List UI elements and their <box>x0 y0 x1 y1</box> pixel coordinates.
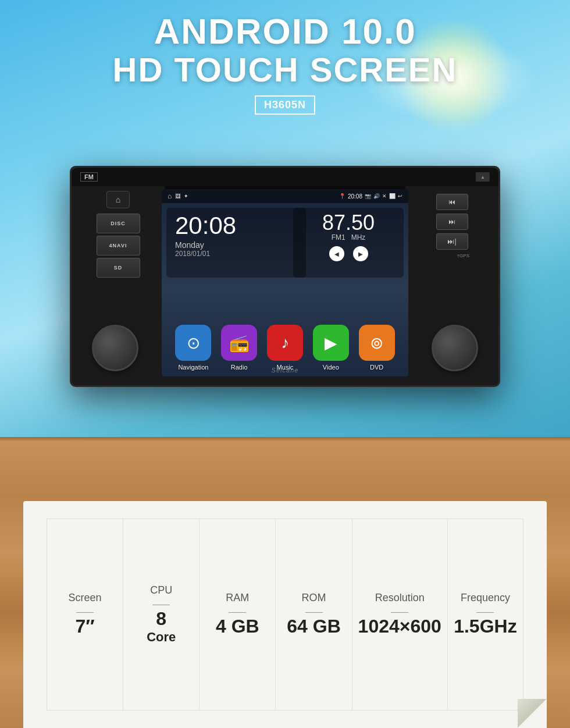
spec-label-3: ROM <box>302 592 326 604</box>
status-icons: 📍 20:08 📷 🔊 ✕ ⬜ ↩ <box>339 193 402 200</box>
app-icon-glyph-0: ⊙ <box>187 333 200 353</box>
app-icon-glyph-4: ⊚ <box>370 333 383 353</box>
spec-item-screen: Screen 7″ <box>47 519 123 711</box>
radio-prev-button[interactable]: ◀ <box>329 246 344 261</box>
app-icon-music[interactable]: ♪ Music <box>267 325 303 371</box>
spec-item-ram: RAM 4 GB <box>199 519 275 711</box>
app-icon-glyph-1: 📻 <box>229 333 250 353</box>
app-icon-box-0: ⊙ <box>175 325 211 361</box>
camera-icon: 📷 <box>365 193 371 199</box>
spec-value-4: 1024×600 <box>358 616 441 637</box>
android-status-bar: ⌂ 🖼 ✦ 📍 20:08 📷 🔊 ✕ ⬜ ↩ <box>162 189 408 203</box>
screen-area[interactable]: ⌂ 🖼 ✦ 📍 20:08 📷 🔊 ✕ ⬜ ↩ 20:08 Monday 201… <box>162 189 408 377</box>
model-badge: H3605N <box>255 95 315 115</box>
header-title-line2: HD TOUCH SCREEN <box>0 51 570 88</box>
radio-controls: ◀ ▶ <box>300 246 397 261</box>
location-icon: 📍 <box>339 193 345 199</box>
fm-label: FM <box>80 172 98 182</box>
right-knob[interactable] <box>432 325 478 371</box>
car-unit: FM ⌂ DISC 4NAVI SD ⏮ ⏭ ⏭| †GPS ⌂ 🖼 ✦ 📍 2… <box>70 166 500 387</box>
header-area: ANDROID 10.0 HD TOUCH SCREEN H3605N <box>0 12 570 115</box>
unit-top-bar: FM <box>72 168 498 186</box>
clock-date: 2018/01/01 <box>175 250 297 258</box>
skip-button[interactable]: ⏭| <box>436 233 468 250</box>
disc-button[interactable]: DISC <box>97 214 140 233</box>
app-label-1: Radio <box>231 364 248 371</box>
settings-icon: ✦ <box>184 193 188 199</box>
spec-sheet: Screen 7″ CPU 8 Core RAM 4 GB ROM 64 GB … <box>23 501 547 728</box>
app-icon-box-4: ⊚ <box>359 325 395 361</box>
clock-day: Monday <box>175 240 297 250</box>
spec-divider-4 <box>391 612 408 613</box>
app-label-0: Navigation <box>178 364 208 371</box>
eject-button[interactable] <box>476 172 490 182</box>
spec-value-3: 64 GB <box>287 616 340 637</box>
app-icon-video[interactable]: ▶ Video <box>313 325 349 371</box>
spec-value-1: 8 <box>156 609 166 629</box>
app-icon-navigation[interactable]: ⊙ Navigation <box>175 325 211 371</box>
seicane-brand: Seicane <box>272 367 299 374</box>
spec-item-frequency: Frequency 1.5GHz <box>447 519 523 711</box>
spec-label-5: Frequency <box>461 592 510 604</box>
app-label-4: DVD <box>370 364 383 371</box>
home-icon: ⌂ <box>168 192 172 200</box>
radio-frequency: 87.50 <box>300 212 397 233</box>
navi-button[interactable]: 4NAVI <box>97 236 140 255</box>
sd-button[interactable]: SD <box>97 258 140 278</box>
spec-label-0: Screen <box>69 592 102 604</box>
spec-value-5: 1.5GHz <box>454 616 516 637</box>
spec-divider-0 <box>76 612 94 613</box>
app-icon-box-3: ▶ <box>313 325 349 361</box>
header-title-line1: ANDROID 10.0 <box>0 12 570 51</box>
spec-divider-2 <box>229 612 246 613</box>
spec-value-2: 4 GB <box>216 616 259 637</box>
spec-unit-1: Core <box>147 630 176 645</box>
radio-next-button[interactable]: ▶ <box>353 246 368 261</box>
home-screen: 20:08 Monday 2018/01/01 87.50 FM1 MHz ◀ … <box>162 203 408 377</box>
spec-divider-3 <box>305 612 323 613</box>
spec-label-2: RAM <box>226 592 249 604</box>
window-icon: ⬜ <box>389 193 396 199</box>
spec-label-1: CPU <box>150 584 172 596</box>
status-left: ⌂ 🖼 ✦ <box>168 192 188 200</box>
spec-divider-1 <box>152 605 170 605</box>
app-icon-box-1: 📻 <box>221 325 257 361</box>
volume-icon: 🔊 <box>373 193 380 199</box>
prev-track-button[interactable]: ⏮ <box>436 194 468 210</box>
app-label-3: Video <box>323 364 339 371</box>
radio-band: FM1 MHz <box>300 233 397 242</box>
back-icon: ↩ <box>398 193 402 199</box>
spec-divider-5 <box>476 612 494 613</box>
home-button[interactable]: ⌂ <box>106 191 130 208</box>
spec-label-4: Resolution <box>375 592 425 604</box>
radio-widget: 87.50 FM1 MHz ◀ ▶ <box>293 208 404 278</box>
clock-widget: 20:08 Monday 2018/01/01 <box>166 208 306 278</box>
app-icon-radio[interactable]: 📻 Radio <box>221 325 257 371</box>
app-icon-dvd[interactable]: ⊚ DVD <box>359 325 395 371</box>
clock-time: 20:08 <box>175 214 297 238</box>
status-time: 20:08 <box>348 193 362 200</box>
spec-item-cpu: CPU 8 Core <box>123 519 199 711</box>
spec-item-resolution: Resolution 1024×600 <box>352 519 447 711</box>
app-icon-glyph-3: ▶ <box>325 333 337 353</box>
gps-label: †GPS <box>434 253 469 258</box>
paper-curl <box>518 699 547 728</box>
left-buttons: ⌂ DISC 4NAVI SD <box>74 188 162 380</box>
next-track-button[interactable]: ⏭ <box>436 214 468 230</box>
spec-value-0: 7″ <box>76 616 95 637</box>
gallery-icon: 🖼 <box>175 193 180 199</box>
spec-item-rom: ROM 64 GB <box>275 519 351 711</box>
spec-grid: Screen 7″ CPU 8 Core RAM 4 GB ROM 64 GB … <box>47 519 523 711</box>
app-icons-row: ⊙ Navigation 📻 Radio ♪ Music ▶ Video ⊚ D… <box>162 325 408 371</box>
app-icon-box-2: ♪ <box>267 325 303 361</box>
close-icon: ✕ <box>382 193 387 199</box>
left-knob[interactable] <box>92 325 138 371</box>
app-icon-glyph-2: ♪ <box>281 333 289 352</box>
right-buttons: ⏮ ⏭ ⏭| †GPS <box>408 188 496 380</box>
